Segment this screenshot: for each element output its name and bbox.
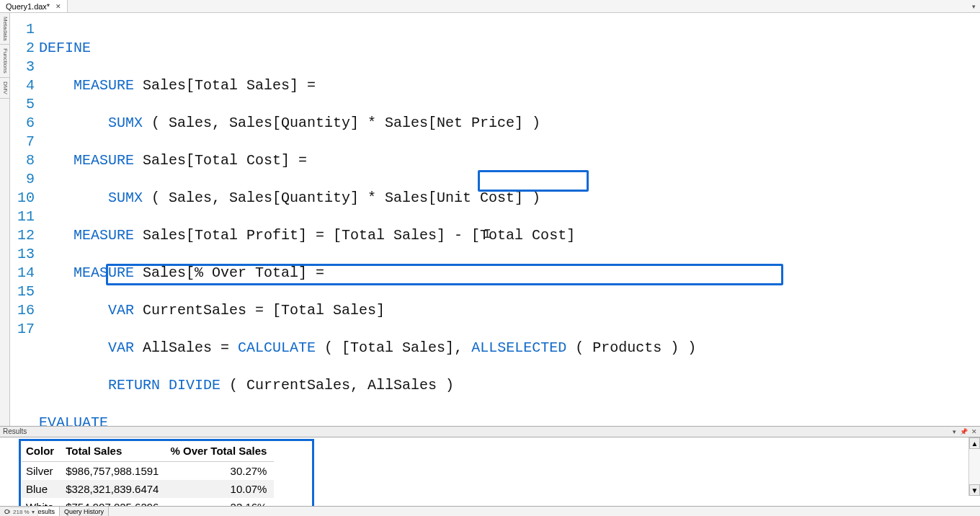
table-header-row: Color Total Sales % Over Total Sales (22, 442, 274, 462)
token (39, 115, 108, 131)
tab-query-history[interactable]: Query History (60, 507, 109, 516)
token-keyword: MEASURE (74, 264, 134, 281)
line-number: 7 (10, 133, 35, 151)
line-number: 5 (10, 95, 35, 114)
token: ( Products ) ) (566, 339, 696, 356)
side-tab-functions[interactable]: Functions (0, 45, 9, 78)
token (160, 377, 169, 393)
cell-pct: 23.16% (166, 498, 274, 507)
token: Sales[Total Cost] = (134, 152, 307, 169)
cell-total: $986,757,988.1591 (61, 461, 166, 480)
token-keyword: RETURN (108, 377, 160, 393)
token: ( CurrentSales, AllSales ) (220, 377, 454, 393)
token-keyword: DEFINE (39, 40, 91, 56)
token-keyword: VAR (108, 339, 134, 356)
side-tab-metadata[interactable]: Metadata (0, 13, 9, 45)
token: Sales[Total Profit] = [Total Sales] - [T… (134, 227, 575, 244)
line-number: 3 (10, 58, 35, 76)
scroll-track[interactable] (969, 449, 980, 485)
token-keyword: DIVIDE (169, 377, 220, 393)
token-keyword: ALLSELECTED (471, 339, 566, 356)
results-table[interactable]: Color Total Sales % Over Total Sales Sil… (22, 442, 274, 507)
token-keyword: SUMX (108, 115, 143, 131)
cell-color: Silver (22, 461, 61, 480)
token-keyword: EVALUATE (39, 414, 108, 426)
line-number: 17 (10, 320, 35, 339)
token: AllSales = (134, 339, 238, 356)
line-number: 11 (10, 208, 35, 226)
token (39, 77, 74, 94)
scroll-down-icon[interactable]: ▼ (969, 484, 980, 496)
line-number: 8 (10, 151, 35, 170)
line-number: 16 (10, 301, 35, 320)
line-number: 13 (10, 245, 35, 264)
token: Sales[% Over Total] = (134, 264, 324, 281)
token-keyword: MEASURE (74, 227, 134, 244)
token (39, 152, 74, 169)
token-keyword: MEASURE (74, 152, 134, 169)
table-row[interactable]: Silver $986,757,988.1591 30.27% (22, 461, 274, 480)
line-number: 10 (10, 189, 35, 208)
token (39, 339, 108, 356)
token (39, 377, 108, 393)
file-tab-query1[interactable]: Query1.dax* ✕ (0, 0, 68, 12)
token: ( Sales, Sales[Quantity] * Sales[Unit Co… (143, 190, 540, 206)
results-panel-title: Results (3, 427, 27, 435)
code-editor[interactable]: 1 2 3 4 5 6 7 8 9 10 11 12 13 14 15 16 1… (10, 13, 980, 426)
cell-color: White (22, 498, 61, 507)
side-tab-strip: Metadata Functions DMV (0, 13, 10, 426)
zoom-value: 218 % (13, 509, 30, 515)
col-pct-over-total[interactable]: % Over Total Sales (166, 442, 274, 462)
results-panel: Color Total Sales % Over Total Sales Sil… (0, 437, 980, 507)
tabbar-overflow-icon[interactable]: ▾ (968, 3, 980, 10)
token (39, 264, 74, 281)
line-number: 4 (10, 76, 35, 95)
token-keyword: MEASURE (74, 77, 134, 94)
col-color[interactable]: Color (22, 442, 61, 462)
token-keyword: SUMX (108, 190, 143, 206)
line-number: 1 (10, 20, 35, 39)
line-number: 6 (10, 114, 35, 133)
line-number: 9 (10, 170, 35, 189)
table-row[interactable]: Blue $328,321,839.6474 10.07% (22, 480, 274, 498)
panel-dropdown-icon[interactable]: ▾ (952, 428, 957, 435)
token-keyword: VAR (108, 302, 134, 319)
token: ( [Total Sales], (316, 339, 471, 356)
col-total-sales[interactable]: Total Sales (61, 442, 166, 462)
token (39, 190, 108, 206)
line-number: 12 (10, 226, 35, 245)
code-content[interactable]: DEFINE MEASURE Sales[Total Sales] = SUMX… (39, 13, 980, 426)
vertical-scrollbar[interactable]: ▲ ▼ (968, 437, 980, 497)
side-tab-dmv[interactable]: DMV (0, 78, 9, 99)
cell-total: $754,907,025.6296 (61, 498, 166, 507)
cell-pct: 10.07% (166, 480, 274, 498)
token: CurrentSales = [Total Sales] (134, 302, 385, 319)
close-icon[interactable]: ✕ (54, 3, 63, 10)
token: Sales[Total Sales] = (134, 77, 316, 94)
cell-total: $328,321,839.6474 (61, 480, 166, 498)
token (39, 227, 74, 244)
results-panel-header: Results ▾ 📌 ✕ (0, 427, 980, 437)
scroll-up-icon[interactable]: ▲ (969, 437, 980, 449)
cell-color: Blue (22, 480, 61, 498)
table-row[interactable]: White $754,907,025.6296 23.16% (22, 498, 274, 507)
token-keyword: CALCULATE (238, 339, 316, 356)
zoom-indicator[interactable]: 218 % ▾ (10, 507, 38, 516)
cell-pct: 30.27% (166, 461, 274, 480)
panel-pin-icon[interactable]: 📌 (959, 428, 968, 435)
panel-close-icon[interactable]: ✕ (971, 428, 978, 435)
line-number: 14 (10, 264, 35, 283)
chevron-down-icon[interactable]: ▾ (32, 509, 35, 515)
file-tab-bar: Query1.dax* ✕ ▾ (0, 0, 980, 13)
editor-area: Metadata Functions DMV 1 2 3 4 5 6 7 8 9… (0, 13, 980, 427)
bottom-tab-strip: Output Results Query History (0, 506, 980, 516)
line-number-gutter: 1 2 3 4 5 6 7 8 9 10 11 12 13 14 15 16 1… (10, 13, 39, 426)
token (39, 302, 108, 319)
line-number: 2 (10, 39, 35, 58)
file-tab-label: Query1.dax* (6, 2, 50, 11)
line-number: 15 (10, 283, 35, 301)
token: ( Sales, Sales[Quantity] * Sales[Net Pri… (143, 115, 540, 131)
